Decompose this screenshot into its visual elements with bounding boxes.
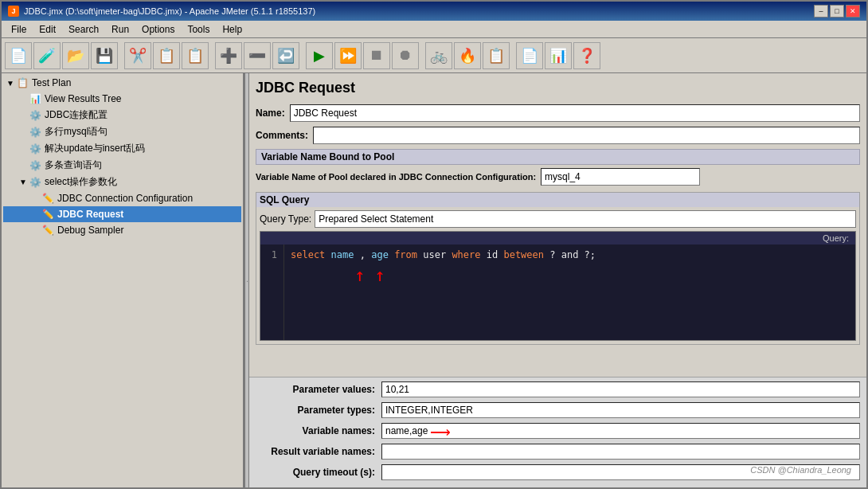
tree-item-debug-sampler[interactable]: ✏️ Debug Sampler (3, 222, 241, 238)
name-input[interactable] (290, 104, 860, 122)
query-type-wrapper: Prepared Select Statement Select Stateme… (315, 210, 856, 228)
menu-tools[interactable]: Tools (181, 21, 216, 37)
comments-input[interactable] (313, 127, 860, 144)
red-arrow-left: ↑ (354, 267, 365, 284)
select-icon: ⚙️ (29, 176, 41, 189)
maximize-button[interactable]: □ (830, 5, 844, 18)
title-bar: J JDBC.jmx (D:\soft\jmeter-bag\JDBC.jmx)… (2, 2, 866, 21)
tree-item-select-params[interactable]: ▼ ⚙️ select操作参数化 (3, 174, 241, 190)
menu-search[interactable]: Search (62, 21, 105, 37)
mysql-icon: ⚙️ (29, 126, 41, 139)
sql-body: Query Type: Prepared Select Statement Se… (256, 207, 859, 344)
menu-edit[interactable]: Edit (33, 21, 62, 37)
tree-item-mysql-multi[interactable]: ⚙️ 多行mysql语句 (3, 123, 241, 140)
var-names-text: name,age (385, 425, 428, 436)
tb-templates[interactable]: 🧪 (33, 42, 61, 69)
red-arrows-annotation: ↑ ↑ (354, 267, 385, 284)
var-names-label: Variable names: (256, 425, 375, 436)
sql-comma: , (360, 249, 366, 260)
tb-save[interactable]: 💾 (91, 42, 118, 69)
pool-row: Variable Name of Pool declared in JDBC C… (256, 168, 860, 186)
tb-copy[interactable]: 📋 (153, 42, 180, 69)
tree-label-select: select操作参数化 (45, 175, 117, 189)
query-timeout-label: Query timeout (s): (256, 467, 375, 478)
tree-label-jdbc-config: JDBC连接配置 (45, 108, 108, 122)
tree-item-update-insert[interactable]: ⚙️ 解决update与insert乱码 (3, 140, 241, 157)
tree-item-jdbc-connection[interactable]: ✏️ JDBC Connection Configuration (3, 190, 241, 206)
query-type-select[interactable]: Prepared Select Statement Select Stateme… (315, 210, 856, 228)
tb-remote-run[interactable]: 🚲 (425, 42, 452, 69)
sql-kw-between: between (503, 249, 544, 260)
tb-remote-shutdown[interactable]: 📋 (483, 42, 510, 69)
tree-item-test-plan[interactable]: ▼ 📋 Test Plan (3, 75, 241, 91)
window-title: JDBC.jmx (D:\soft\jmeter-bag\JDBC.jmx) -… (24, 6, 315, 16)
result-var-value (381, 444, 860, 460)
tree-item-jdbc-config[interactable]: ⚙️ JDBC连接配置 (3, 107, 241, 123)
result-var-label: Result variable names: (256, 446, 375, 457)
tb-clear[interactable]: 📄 (516, 42, 543, 69)
jdbc-config-icon: ⚙️ (29, 109, 41, 122)
menu-file[interactable]: File (5, 21, 33, 37)
var-names-value: name,age ⟶ (381, 423, 860, 439)
tree-arrow-select: ▼ (19, 178, 29, 186)
tree-label-update: 解决update与insert乱码 (45, 142, 145, 155)
tree-arrow-test-plan: ▼ (6, 79, 16, 88)
tb-undo[interactable]: ↩️ (272, 42, 299, 69)
content-area: JDBC Request Name: Comments: Variable Na… (249, 73, 866, 487)
param-values-text: 10,21 (385, 384, 409, 395)
query-timeout-row: Query timeout (s): CSDN @Chiandra_Leong (256, 464, 860, 481)
jdbc-panel: JDBC Request Name: Comments: Variable Na… (249, 73, 866, 377)
pool-label: Variable Name of Pool declared in JDBC C… (256, 172, 536, 182)
bottom-fields: Parameter values: 10,21 Parameter types:… (249, 377, 866, 487)
line-numbers: 1 (260, 244, 284, 340)
red-arrow-right: ↑ (374, 267, 385, 284)
tb-open[interactable]: 📂 (62, 42, 89, 69)
pool-section-header: Variable Name Bound to Pool (256, 149, 860, 165)
tree-item-view-results[interactable]: 📊 View Results Tree (3, 91, 241, 107)
sql-fields: name (331, 249, 354, 260)
watermark: CSDN @Chiandra_Leong (750, 465, 851, 475)
view-results-icon: 📊 (29, 92, 41, 105)
tb-shutdown[interactable]: ⏺ (392, 42, 419, 69)
menu-run[interactable]: Run (105, 21, 135, 37)
close-button[interactable]: ✕ (846, 5, 860, 18)
tree-label-multi-query: 多条查询语句 (45, 158, 102, 172)
tree-item-jdbc-request[interactable]: ✏️ JDBC Request (3, 206, 241, 222)
main-area: ▼ 📋 Test Plan 📊 View Results Tree ⚙️ J (2, 73, 866, 487)
tb-expand[interactable]: ➕ (215, 42, 242, 69)
tree-item-multi-query[interactable]: ⚙️ 多条查询语句 (3, 157, 241, 174)
param-types-text: INTEGER,INTEGER (385, 405, 473, 416)
tree-label-jdbc-conn: JDBC Connection Configuration (57, 193, 193, 204)
tb-run[interactable]: ▶ (306, 42, 333, 69)
param-values-label: Parameter values: (256, 384, 375, 395)
tb-remote-stop[interactable]: 🔥 (454, 42, 481, 69)
tb-clear-all[interactable]: 📊 (545, 42, 572, 69)
tb-collapse[interactable]: ➖ (244, 42, 271, 69)
result-variable-row: Result variable names: (256, 443, 860, 460)
window-controls: – □ ✕ (814, 5, 860, 18)
tb-cut[interactable]: ✂️ (124, 42, 151, 69)
comments-label: Comments: (256, 130, 308, 141)
query-type-label: Query Type: (260, 213, 311, 225)
tb-paste[interactable]: 📋 (182, 42, 209, 69)
menu-options[interactable]: Options (135, 21, 181, 37)
tb-new[interactable]: 📄 (5, 42, 32, 69)
pool-input[interactable] (541, 168, 700, 186)
param-types-label: Parameter types: (256, 405, 375, 416)
main-window: J JDBC.jmx (D:\soft\jmeter-bag\JDBC.jmx)… (0, 0, 868, 489)
tb-run-no-pause[interactable]: ⏩ (334, 42, 362, 69)
tb-help[interactable]: ❓ (573, 42, 600, 69)
menu-bar: File Edit Search Run Options Tools Help (2, 21, 866, 38)
param-types-value: INTEGER,INTEGER (381, 402, 860, 418)
menu-help[interactable]: Help (216, 21, 248, 37)
tb-stop[interactable]: ⏹ (363, 42, 390, 69)
app-icon: J (8, 6, 19, 17)
tree-label-debug: Debug Sampler (57, 225, 123, 236)
query-type-row: Query Type: Prepared Select Statement Se… (260, 210, 856, 228)
minimize-button[interactable]: – (814, 5, 828, 18)
query-timeout-value: CSDN @Chiandra_Leong (381, 464, 860, 480)
name-label: Name: (256, 108, 285, 119)
code-area[interactable]: select name , age from user where (284, 244, 855, 340)
sidebar: ▼ 📋 Test Plan 📊 View Results Tree ⚙️ J (2, 73, 244, 487)
jdbc-req-icon: ✏️ (41, 208, 54, 221)
